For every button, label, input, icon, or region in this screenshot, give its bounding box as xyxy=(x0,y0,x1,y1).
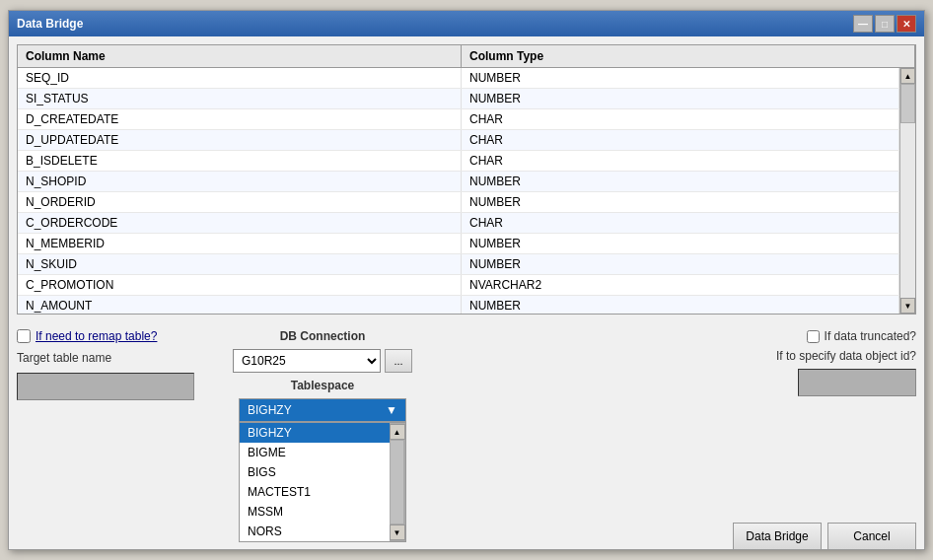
table-row: N_SKUID NUMBER xyxy=(18,254,899,275)
tablespace-label: Tablespace xyxy=(291,379,354,392)
tablespace-option[interactable]: BIGS xyxy=(240,462,390,482)
tablespace-option[interactable]: BIGME xyxy=(240,443,390,462)
cell-col-name: C_PROMOTION xyxy=(18,275,462,295)
center-panel: DB Connection G10R25 ... Tablespace BIGH… xyxy=(224,324,421,422)
minimize-button[interactable]: — xyxy=(853,15,873,33)
table-row: C_PROMOTION NVARCHAR2 xyxy=(18,275,899,296)
db-connection-label: DB Connection xyxy=(280,329,366,343)
db-connection-row: G10R25 ... xyxy=(233,349,412,373)
scroll-up-arrow[interactable]: ▲ xyxy=(900,68,915,84)
table-row: D_CREATEDATE CHAR xyxy=(18,109,899,130)
cell-col-type: CHAR xyxy=(462,109,899,129)
table-row: N_MEMBERID NUMBER xyxy=(18,234,899,254)
cell-col-name: SI_STATUS xyxy=(18,89,462,108)
tablespace-option[interactable]: MSSM xyxy=(240,502,390,522)
object-id-input[interactable] xyxy=(798,369,916,396)
ts-scroll-up[interactable]: ▲ xyxy=(390,424,405,440)
target-table-input[interactable] xyxy=(17,373,194,400)
ts-scroll-thumb[interactable] xyxy=(390,440,404,525)
table-row: N_ORDERID NUMBER xyxy=(18,192,899,213)
tablespace-option[interactable]: BIGHZY xyxy=(240,423,390,443)
cell-col-name: N_MEMBERID xyxy=(18,234,462,253)
scroll-track xyxy=(900,84,915,298)
table-row: SEQ_ID NUMBER xyxy=(18,68,899,89)
close-button[interactable]: ✕ xyxy=(897,15,916,33)
truncated-checkbox[interactable] xyxy=(807,330,820,343)
cell-col-type: NUMBER xyxy=(462,234,899,253)
cell-col-name: D_UPDATEDATE xyxy=(18,130,462,150)
tablespace-option[interactable]: MACTEST1 xyxy=(240,482,390,502)
tablespace-container: BIGHZY ▼ BIGHZYBIGMEBIGSMACTEST1MSSMNORS… xyxy=(239,398,406,422)
cell-col-name: B_ISDELETE xyxy=(18,151,462,171)
cell-col-name: N_ORDERID xyxy=(18,192,462,212)
cell-col-type: CHAR xyxy=(462,130,899,150)
data-bridge-button[interactable]: Data Bridge xyxy=(733,523,822,549)
object-id-label: If to specify data object id? xyxy=(776,349,916,363)
scroll-thumb[interactable] xyxy=(900,84,915,123)
ts-scrollbar: ▲ ▼ xyxy=(390,423,405,541)
ts-list: BIGHZYBIGMEBIGSMACTEST1MSSMNORS xyxy=(240,423,390,541)
right-panel: If data truncated? If to specify data ob… xyxy=(431,324,916,549)
data-table: Column Name Column Type SEQ_ID NUMBER SI… xyxy=(17,44,916,315)
table-row: SI_STATUS NUMBER xyxy=(18,89,899,109)
target-label: Target table name xyxy=(17,351,214,365)
table-row: C_ORDERCODE CHAR xyxy=(18,213,899,234)
cell-col-name: D_CREATEDATE xyxy=(18,109,462,129)
left-panel: If need to remap table? Target table nam… xyxy=(17,324,214,400)
tablespace-selected-value[interactable]: BIGHZY ▼ xyxy=(239,398,406,422)
table-row: B_ISDELETE CHAR xyxy=(18,151,899,172)
table-row: N_SHOPID NUMBER xyxy=(18,172,899,192)
cell-col-type: NUMBER xyxy=(462,68,899,88)
bottom-section: If need to remap table? Target table nam… xyxy=(17,324,916,541)
dots-button[interactable]: ... xyxy=(385,349,412,373)
window-content: Column Name Column Type SEQ_ID NUMBER SI… xyxy=(9,36,924,549)
maximize-button[interactable]: □ xyxy=(875,15,895,33)
remap-row: If need to remap table? xyxy=(17,329,214,343)
cell-col-name: N_SKUID xyxy=(18,254,462,274)
remap-checkbox[interactable] xyxy=(17,329,31,343)
cell-col-type: CHAR xyxy=(462,213,899,233)
table-header: Column Name Column Type xyxy=(18,45,915,68)
table-scroll-wrapper: SEQ_ID NUMBER SI_STATUS NUMBER D_CREATED… xyxy=(18,68,915,314)
cell-col-name: SEQ_ID xyxy=(18,68,462,88)
window-controls: — □ ✕ xyxy=(853,15,916,33)
cell-col-type: NVARCHAR2 xyxy=(462,275,899,295)
buttons-row: Data Bridge Cancel xyxy=(733,404,916,549)
cell-col-type: NUMBER xyxy=(462,254,899,274)
cell-col-type: NUMBER xyxy=(462,296,899,314)
cell-col-name: N_AMOUNT xyxy=(18,296,462,314)
ts-scroll-down[interactable]: ▼ xyxy=(390,525,405,540)
window-title: Data Bridge xyxy=(17,17,83,31)
cell-col-type: NUMBER xyxy=(462,89,899,108)
table-body: SEQ_ID NUMBER SI_STATUS NUMBER D_CREATED… xyxy=(18,68,899,314)
col-type-header: Column Type xyxy=(462,45,915,67)
cell-col-type: CHAR xyxy=(462,151,899,171)
truncated-row: If data truncated? xyxy=(807,329,916,343)
dropdown-arrow-icon: ▼ xyxy=(386,403,397,417)
tablespace-dropdown: BIGHZYBIGMEBIGSMACTEST1MSSMNORS ▲ ▼ xyxy=(239,422,406,542)
scroll-down-arrow[interactable]: ▼ xyxy=(900,298,915,314)
table-scrollbar[interactable]: ▲ ▼ xyxy=(899,68,915,314)
right-top: If data truncated? If to specify data ob… xyxy=(431,329,916,396)
ts-scroll-container: BIGHZYBIGMEBIGSMACTEST1MSSMNORS ▲ ▼ xyxy=(240,423,405,541)
cancel-button[interactable]: Cancel xyxy=(827,523,916,549)
cell-col-name: C_ORDERCODE xyxy=(18,213,462,233)
truncated-label: If data truncated? xyxy=(825,329,916,343)
tablespace-option[interactable]: NORS xyxy=(240,522,390,541)
remap-label[interactable]: If need to remap table? xyxy=(36,329,157,343)
col-name-header: Column Name xyxy=(18,45,462,67)
table-row: N_AMOUNT NUMBER xyxy=(18,296,899,314)
cell-col-type: NUMBER xyxy=(462,172,899,191)
cell-col-name: N_SHOPID xyxy=(18,172,462,191)
cell-col-type: NUMBER xyxy=(462,192,899,212)
main-window: Data Bridge — □ ✕ Column Name Column Typ… xyxy=(8,10,925,550)
db-connection-select[interactable]: G10R25 xyxy=(233,349,381,373)
title-bar: Data Bridge — □ ✕ xyxy=(9,11,924,36)
table-row: D_UPDATEDATE CHAR xyxy=(18,130,899,151)
